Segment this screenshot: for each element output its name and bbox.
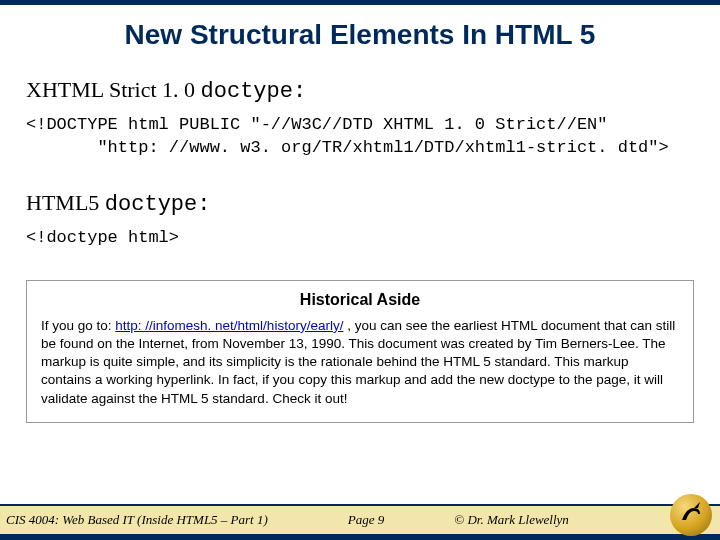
slide-title: New Structural Elements In HTML 5 (26, 19, 694, 51)
section1-code: <!DOCTYPE html PUBLIC "-//W3C//DTD XHTML… (26, 114, 694, 160)
footer-right: © Dr. Mark Llewellyn (424, 512, 569, 528)
logo-circle (670, 494, 712, 536)
section2-code: <!doctype html> (26, 227, 694, 250)
section2-heading-prefix: HTML5 (26, 190, 105, 215)
section1-heading-mono: doctype: (201, 79, 307, 104)
top-accent-bar (0, 0, 720, 5)
aside-body: If you go to: http: //infomesh. net/html… (41, 317, 679, 408)
section1-heading-prefix: XHTML Strict 1. 0 (26, 77, 201, 102)
footer-bar: CIS 4004: Web Based IT (Inside HTML5 – P… (0, 504, 720, 540)
footer-left: CIS 4004: Web Based IT (Inside HTML5 – P… (6, 512, 288, 528)
section1-heading: XHTML Strict 1. 0 doctype: (26, 77, 694, 104)
aside-body-before: If you go to: (41, 318, 115, 333)
section2-heading: HTML5 doctype: (26, 190, 694, 217)
ucf-logo (670, 494, 712, 536)
aside-title: Historical Aside (41, 291, 679, 309)
pegasus-icon (670, 494, 712, 536)
aside-link[interactable]: http: //infomesh. net/html/history/early… (115, 318, 343, 333)
aside-box: Historical Aside If you go to: http: //i… (26, 280, 694, 423)
footer-center: Page 9 (288, 512, 424, 528)
section2-heading-mono: doctype: (105, 192, 211, 217)
slide-content: New Structural Elements In HTML 5 XHTML … (0, 19, 720, 423)
